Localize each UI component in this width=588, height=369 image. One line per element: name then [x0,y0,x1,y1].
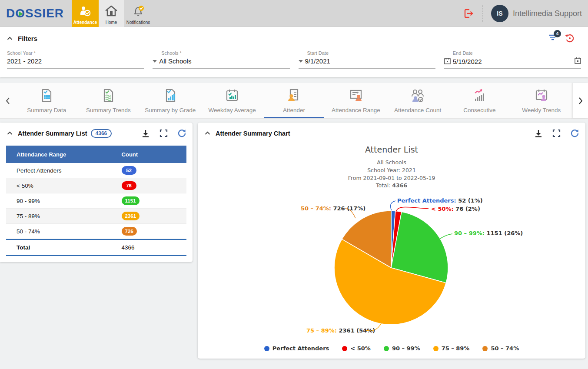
dossier-logo[interactable]: DOSSIER [0,0,72,27]
schools-value: All Schools [159,57,191,65]
attendance-person-check-icon [79,4,92,19]
pie-leader-line [396,207,429,211]
callout-category: 75 – 89%: [306,327,337,334]
table-total-row: Total 4366 [6,239,186,256]
count-badge: 1151 [122,196,140,205]
attendance-count-icon [410,88,425,103]
legend-label: 75 – 89% [442,345,470,352]
chevron-down-icon [153,60,157,63]
schools-label: Schools * [153,50,289,56]
end-date-label: End Date [444,50,581,56]
start-date-value: 9/1/2021 [305,57,330,65]
refresh-icon[interactable] [177,129,186,138]
tab-attendance-range[interactable]: Attendance Range [325,83,387,118]
callout-value: 52 (1%) [456,197,483,204]
legend-item[interactable]: 75 – 89% [433,345,470,352]
logout-icon[interactable] [463,8,475,19]
app-header: DOSSIER Attendance Home [0,0,588,27]
fullscreen-icon[interactable] [159,129,168,137]
weekday-average-icon [224,88,240,103]
legend-label: 90 – 99% [392,345,420,352]
user-chip[interactable]: IS Intellimedia Support [491,5,582,22]
legend-item[interactable]: < 50% [342,345,371,352]
start-date-field[interactable]: Start Date 9/1/2021 [299,50,435,69]
summary-by-grade-icon [163,88,178,103]
range-cell: 50 - 74% [6,228,122,235]
tab-label: Summary Trends [86,107,131,113]
count-badge: 76 [122,181,136,190]
legend-label: 50 – 74% [491,345,519,352]
pie-callout: 50 – 74%: 726 (17%) [301,205,365,212]
table-row[interactable]: < 50%76 [6,178,186,193]
nav-attendance[interactable]: Attendance [72,0,99,27]
table-row[interactable]: 90 - 99%1151 [6,193,186,209]
tab-label: Attendance Count [394,107,441,113]
header-divider [482,5,483,22]
avatar: IS [491,5,508,22]
filters-collapse-icon[interactable] [7,37,13,40]
fullscreen-icon[interactable] [552,129,561,137]
table-row[interactable]: 50 - 74%726 [6,224,186,239]
tab-summary-trends[interactable]: Summary Trends [77,83,139,118]
user-name: Intellimedia Support [513,9,582,18]
chart-collapse-icon[interactable] [205,131,210,135]
callout-value: 2361 (54%) [337,327,375,334]
tab-label: Weekly Trends [522,107,561,113]
nav-notifications[interactable]: Notifications [124,0,153,27]
school-year-field[interactable]: School Year * 2021 - 2022 [7,50,144,69]
nav-notifications-label: Notifications [126,20,150,25]
school-year-value: 2021 - 2022 [7,57,42,65]
table-row[interactable]: Perfect Attenders52 [6,163,186,178]
callout-category: < 50%: [431,206,454,212]
download-icon[interactable] [141,129,150,138]
start-date-label: Start Date [299,50,435,56]
tab-weekly-trends[interactable]: Weekly Trends [511,83,572,118]
tab-summary-data[interactable]: Summary Data [16,83,77,118]
consecutive-icon [472,88,487,103]
chevron-down-icon [299,60,303,63]
chart-total: 4366 [392,182,407,189]
tab-attender[interactable]: Attender [263,83,325,118]
legend-dot-icon [264,346,269,351]
chart-subtitle: All Schools School Year: 2021 From 2021-… [198,159,585,189]
tab-summary-by-grade[interactable]: Summary by Grade [140,83,201,118]
tabs-scroll-right-icon[interactable] [572,83,588,118]
reset-filters-icon[interactable] [565,33,575,43]
filter-icon[interactable]: 4 [548,34,558,43]
filters-title: Filters [18,35,37,42]
tab-attendance-count[interactable]: Attendance Count [387,83,448,118]
tabs-scroll-left-icon[interactable] [0,83,16,118]
tab-label: Attendance Range [332,107,380,113]
schools-field[interactable]: Schools * All Schools [153,50,289,69]
list-total-pill: 4366 [91,129,112,138]
tab-weekday-average[interactable]: Weekday Average [201,83,263,118]
refresh-icon[interactable] [570,129,579,138]
report-tab-strip: Summary Data Summary Trends Summary [0,83,588,119]
weekly-trends-icon [534,88,549,103]
legend-label: < 50% [350,345,371,352]
legend-item[interactable]: 90 – 99% [384,345,420,352]
download-icon[interactable] [534,129,543,138]
nav-home[interactable]: Home [99,0,124,27]
school-year-label: School Year * [7,50,144,56]
nav-home-label: Home [106,20,117,25]
legend-item[interactable]: 50 – 74% [482,345,519,352]
attender-summary-chart-panel: Attender Summary Chart [198,123,585,359]
attender-summary-list-panel: Attender Summary List 4366 [0,123,193,262]
calendar-picker-icon[interactable] [575,57,581,66]
list-collapse-icon[interactable] [7,131,13,135]
count-badge: 2361 [122,212,140,220]
col-attendance-range: Attendance Range [6,151,122,158]
callout-value: 76 (2%) [454,206,480,212]
chart-legend: Perfect Attenders< 50%90 – 99%75 – 89%50… [198,342,585,359]
legend-item[interactable]: Perfect Attenders [264,345,329,352]
legend-label: Perfect Attenders [272,345,329,352]
table-row[interactable]: 75 - 89%2361 [6,209,186,224]
pie-leader-line [390,201,395,210]
list-panel-title: Attender Summary List [18,130,87,137]
chart-panel-title: Attender Summary Chart [216,130,290,137]
end-date-field[interactable]: End Date 5/19/2022 [444,50,581,69]
range-cell: Perfect Attenders [6,167,122,174]
tab-consecutive[interactable]: Consecutive [448,83,510,118]
tab-label: Attender [283,107,305,113]
